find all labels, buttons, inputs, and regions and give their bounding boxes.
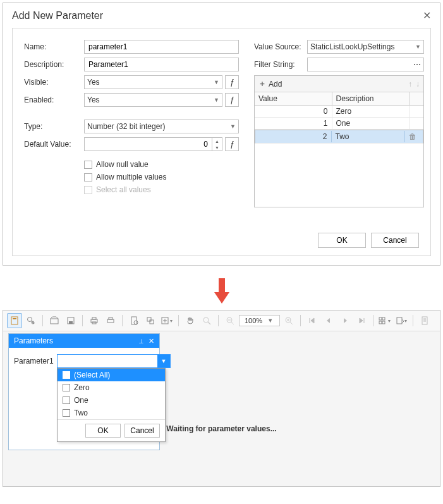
hand-tool-icon[interactable] <box>183 313 198 328</box>
enabled-label: Enabled: <box>24 95 84 104</box>
save-icon[interactable] <box>63 313 78 328</box>
visible-label: Visible: <box>24 78 84 87</box>
zoom-out-icon[interactable] <box>222 313 238 328</box>
type-label: Type: <box>24 122 84 131</box>
quick-print-icon[interactable] <box>103 313 118 328</box>
svg-rect-11 <box>107 319 114 323</box>
spin-up-icon[interactable]: ▲ <box>212 138 222 144</box>
zoom-select[interactable]: 100%▼ <box>239 315 280 326</box>
move-up-icon[interactable]: ↑ <box>408 80 412 89</box>
dropdown-item[interactable]: Zero <box>58 381 165 394</box>
chevron-down-icon: ▼ <box>214 97 219 103</box>
filter-string-input[interactable] <box>307 58 410 71</box>
name-label: Name: <box>24 42 84 51</box>
scale-icon[interactable] <box>143 313 158 328</box>
last-page-icon[interactable] <box>354 313 369 328</box>
filter-ellipsis-button[interactable]: ⋯ <box>410 58 424 71</box>
plus-icon[interactable]: ＋ <box>258 78 266 89</box>
parameter-select[interactable]: ▼ <box>57 354 171 368</box>
svg-line-19 <box>208 322 210 324</box>
value-source-label: Value Source: <box>254 42 307 51</box>
allow-multiple-checkbox[interactable] <box>84 173 92 181</box>
close-icon[interactable]: ✕ <box>423 9 431 22</box>
visible-expression-button[interactable]: ƒ <box>225 75 239 89</box>
checkbox[interactable] <box>63 396 70 404</box>
prev-page-icon[interactable] <box>321 313 336 328</box>
parameter-label: Parameter1 <box>14 357 57 366</box>
svg-rect-30 <box>382 321 385 324</box>
fit-icon[interactable]: ▼ <box>159 313 174 328</box>
table-row[interactable]: 1 One <box>255 118 423 130</box>
default-value-input[interactable] <box>84 137 212 151</box>
enabled-select[interactable]: Yes▼ <box>84 93 222 107</box>
dialog-title: Add New Parameter <box>12 10 103 22</box>
svg-rect-28 <box>382 317 385 320</box>
name-input[interactable] <box>84 40 239 54</box>
spin-down-icon[interactable]: ▼ <box>212 144 222 151</box>
svg-rect-31 <box>397 317 402 324</box>
parameters-toolbar-button[interactable] <box>7 313 22 328</box>
pin-icon[interactable]: ⟂ <box>139 337 143 345</box>
value-source-select[interactable]: StaticListLookUpSettings▼ <box>307 40 424 54</box>
filter-string-label: Filter String: <box>254 60 307 69</box>
visible-select[interactable]: Yes▼ <box>84 75 222 89</box>
type-select[interactable]: Number (32 bit integer)▼ <box>84 120 239 133</box>
chevron-down-icon[interactable]: ▼ <box>157 355 170 367</box>
default-value-expression-button[interactable]: ƒ <box>225 137 239 151</box>
multipage-icon[interactable]: ▼ <box>377 313 392 328</box>
svg-rect-27 <box>379 317 382 320</box>
svg-rect-16 <box>150 320 154 324</box>
zoom-in-icon[interactable] <box>281 313 296 328</box>
checkbox[interactable] <box>63 384 70 391</box>
svg-rect-1 <box>13 318 16 319</box>
checkbox[interactable] <box>63 371 70 379</box>
waiting-message: Waiting for parameter values... <box>3 424 440 433</box>
dropdown-item[interactable]: Two <box>58 407 165 419</box>
page-setup-icon[interactable] <box>126 313 142 328</box>
next-page-icon[interactable] <box>337 313 353 328</box>
export-icon[interactable]: ▼ <box>394 313 409 328</box>
svg-rect-5 <box>51 319 58 324</box>
chevron-down-icon: ▼ <box>415 44 421 50</box>
add-button[interactable]: Add <box>269 80 282 89</box>
svg-rect-9 <box>92 317 96 319</box>
open-icon[interactable] <box>47 313 62 328</box>
cancel-button[interactable]: Cancel <box>371 233 419 248</box>
panel-title: Parameters <box>14 336 53 345</box>
first-page-icon[interactable] <box>305 313 320 328</box>
document-icon[interactable] <box>417 313 432 328</box>
allow-null-checkbox[interactable] <box>84 161 92 169</box>
svg-rect-15 <box>147 317 151 321</box>
ok-button[interactable]: OK <box>318 233 366 248</box>
search-icon[interactable] <box>23 313 39 328</box>
chevron-down-icon: ▼ <box>214 79 219 85</box>
checkbox[interactable] <box>63 409 70 417</box>
dropdown-item[interactable]: One <box>58 394 165 407</box>
description-label: Description: <box>24 60 84 69</box>
magnifier-icon[interactable] <box>199 313 214 328</box>
enabled-expression-button[interactable]: ƒ <box>225 93 239 107</box>
table-row[interactable]: 2 Two 🗑 <box>255 130 423 144</box>
select-all-label: Select all values <box>96 185 151 194</box>
chevron-down-icon: ▼ <box>267 317 273 324</box>
chevron-down-icon: ▼ <box>230 123 236 130</box>
col-value: Value <box>255 92 332 105</box>
svg-rect-32 <box>422 317 427 324</box>
close-icon[interactable]: ✕ <box>149 337 154 345</box>
svg-point-18 <box>203 317 209 323</box>
delete-row-icon[interactable]: 🗑 <box>405 131 420 142</box>
col-description: Description <box>332 92 410 105</box>
svg-rect-7 <box>69 321 73 324</box>
description-input[interactable] <box>84 58 239 71</box>
dialog-titlebar: Add New Parameter ✕ <box>3 3 440 28</box>
move-down-icon[interactable]: ↓ <box>416 80 420 89</box>
svg-rect-0 <box>11 317 18 324</box>
allow-null-label: Allow null value <box>96 160 149 169</box>
svg-rect-12 <box>109 317 112 319</box>
print-icon[interactable] <box>87 313 102 328</box>
svg-point-2 <box>28 317 32 322</box>
table-row[interactable]: 0 Zero <box>255 106 423 118</box>
allow-multiple-label: Allow multiple values <box>96 173 166 181</box>
dropdown-select-all[interactable]: (Select All) <box>58 369 165 381</box>
lookup-grid: ＋ Add ↑ ↓ Value Description 0 Zero <box>254 75 424 207</box>
